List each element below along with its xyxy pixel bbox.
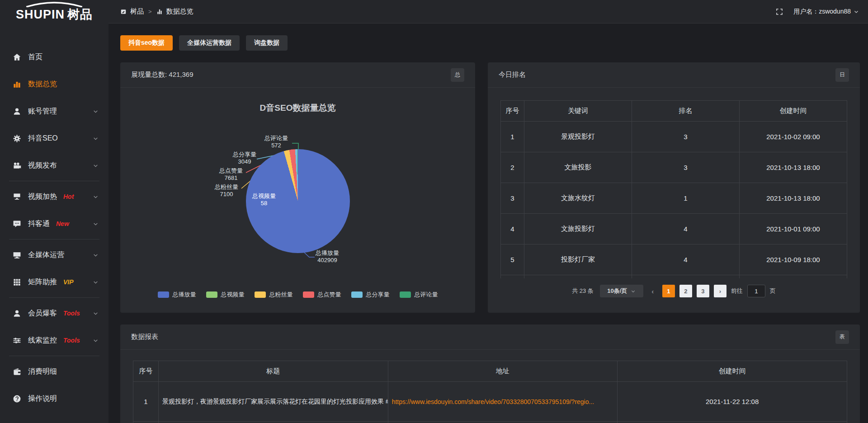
breadcrumb-current[interactable]: 数据总览 bbox=[166, 7, 193, 16]
pie-label-value: 3049 bbox=[238, 158, 251, 165]
cell-created: 2021-11-22 12:08 bbox=[618, 382, 847, 422]
chevron-down-icon bbox=[854, 9, 859, 14]
pie-label-name: 总分享量 bbox=[233, 151, 256, 158]
ranking-body: 序号 关键词 排名 创建时间 1 景观投影灯 3 2021-10-02 09:0 bbox=[488, 88, 860, 297]
cell-title: 景观投影灯，夜游景观投影灯厂家展示展示落花灯在花园里的灯光投影应用效果 # bbox=[159, 382, 388, 422]
sidebar-divider bbox=[9, 181, 99, 181]
pie-label-name: 总评论量 bbox=[264, 135, 288, 142]
impressions-total: 展现量总数: 421,369 bbox=[131, 70, 193, 79]
pie-label-videos: 总视频量 58 bbox=[246, 193, 282, 207]
tab-media-ops-data[interactable]: 全媒体运营数据 bbox=[179, 35, 240, 51]
cell-created: 2021-10-13 18:00 bbox=[740, 152, 847, 183]
overview-panel: 展现量总数: 421,369 总 D音SEO数据量总览 bbox=[120, 62, 475, 313]
sidebar-item-label: 操作说明 bbox=[28, 394, 57, 404]
report-body: 序号 标题 地址 创建时间 1 景观投影灯，夜游景观投影灯厂家展示展示落花灯在花… bbox=[120, 350, 860, 423]
sidebar-item-data-overview[interactable]: 数据总览 bbox=[0, 70, 108, 98]
app-window: SHUPIN树品 树品 > 数据总览 用户名： bbox=[0, 0, 868, 423]
home-icon bbox=[13, 53, 21, 61]
chevron-down-icon bbox=[93, 252, 99, 258]
pie-label-name: 总点赞量 bbox=[219, 167, 243, 174]
legend-item-fans[interactable]: 总粉丝量 bbox=[255, 291, 293, 299]
logo-text-cn: 树品 bbox=[67, 8, 93, 21]
pie-chart: D音SEO数据量总览 总评论量 572 bbox=[120, 88, 475, 312]
table-row: 2 文旅投影 3 2021-10-13 18:00 bbox=[501, 152, 847, 183]
user-menu[interactable]: 用户名：zswodun88 bbox=[793, 8, 859, 16]
pie-label-name: 总视频量 bbox=[252, 193, 276, 200]
table-row: 1 景观投影灯 3 2021-10-02 09:00 bbox=[501, 122, 847, 152]
chevron-down-icon bbox=[93, 279, 99, 285]
legend-label: 总点赞量 bbox=[318, 291, 341, 299]
gear-icon bbox=[13, 134, 21, 143]
cell-rank: 3 bbox=[632, 152, 740, 183]
pie-label-name: 总播放量 bbox=[316, 249, 339, 257]
table-toggle-button[interactable]: 表 bbox=[835, 330, 849, 344]
report-title: 数据报表 bbox=[131, 333, 158, 341]
legend-item-videos[interactable]: 总视频量 bbox=[206, 291, 245, 299]
tab-inquiry-data[interactable]: 询盘数据 bbox=[246, 35, 288, 51]
sidebar-item-member-tools[interactable]: 会员爆客 Tools bbox=[0, 300, 108, 327]
breadcrumb: 树品 > 数据总览 bbox=[120, 7, 193, 16]
legend-item-comments[interactable]: 总评论量 bbox=[400, 291, 438, 299]
video-camera-icon bbox=[13, 161, 21, 170]
chart-legend: 总播放量 总视频量 总粉丝量 总点赞量 总分享量 总评论量 bbox=[120, 291, 475, 299]
sidebar-item-media-ops[interactable]: 全媒体运营 bbox=[0, 241, 108, 268]
total-toggle-button[interactable]: 总 bbox=[451, 68, 464, 82]
pie-label-shares: 总分享量 3049 bbox=[226, 151, 263, 165]
day-toggle-button[interactable]: 日 bbox=[835, 68, 849, 82]
sidebar-item-consume-detail[interactable]: 消费明细 bbox=[0, 358, 108, 385]
cell-seq: 5 bbox=[501, 244, 524, 275]
pie-label-value: 7100 bbox=[220, 191, 233, 198]
cell-keyword: 文旅投影灯 bbox=[524, 214, 632, 244]
cell-seq: 3 bbox=[501, 183, 524, 214]
wallet-icon bbox=[13, 367, 21, 376]
sidebar: 首页 数据总览 账号管理 抖音SEO 视频发布 bbox=[0, 24, 108, 423]
sidebar-item-label: 首页 bbox=[28, 52, 42, 62]
cell-seq: 1 bbox=[501, 122, 524, 152]
bar-chart-icon bbox=[13, 80, 21, 89]
cell-keyword: 文旅投影 bbox=[524, 152, 632, 183]
table-row-clipped bbox=[133, 422, 847, 423]
sidebar-item-help[interactable]: 操作说明 bbox=[0, 385, 108, 412]
page-button-2[interactable]: 2 bbox=[679, 285, 692, 297]
tab-douyin-seo-data[interactable]: 抖音seo数据 bbox=[120, 35, 173, 51]
prev-page-button[interactable]: ‹ bbox=[648, 285, 658, 297]
page-size-value: 10条/页 bbox=[607, 287, 627, 295]
sidebar-item-video-heat[interactable]: 视频加热 Hot bbox=[0, 183, 108, 210]
sidebar-item-label: 全媒体运营 bbox=[28, 250, 64, 260]
sliders-icon bbox=[13, 336, 21, 345]
sidebar-item-account[interactable]: 账号管理 bbox=[0, 98, 108, 125]
breadcrumb-root[interactable]: 树品 bbox=[130, 7, 144, 16]
goto-page-input[interactable] bbox=[747, 285, 765, 297]
col-header-keyword: 关键词 bbox=[524, 101, 632, 122]
page-size-select[interactable]: 10条/页 bbox=[600, 285, 643, 297]
chevron-down-icon bbox=[631, 289, 636, 294]
table-row: 3 文旅水纹灯 1 2021-10-13 18:00 bbox=[501, 183, 847, 214]
report-panel: 数据报表 表 序号 标题 地址 创建时间 1 景观 bbox=[120, 324, 860, 423]
sidebar-item-clue-monitor[interactable]: 线索监控 Tools bbox=[0, 327, 108, 354]
ranking-table: 序号 关键词 排名 创建时间 1 景观投影灯 3 2021-10-02 09:0 bbox=[500, 100, 847, 278]
legend-item-likes[interactable]: 总点赞量 bbox=[303, 291, 341, 299]
sidebar-item-video-publish[interactable]: 视频发布 bbox=[0, 152, 108, 179]
page-button-3[interactable]: 3 bbox=[697, 285, 709, 297]
report-table: 序号 标题 地址 创建时间 1 景观投影灯，夜游景观投影灯厂家展示展示落花灯在花… bbox=[133, 361, 847, 423]
sidebar-divider bbox=[9, 297, 99, 298]
next-page-button[interactable]: › bbox=[714, 285, 726, 297]
fullscreen-icon[interactable] bbox=[775, 8, 783, 16]
legend-item-shares[interactable]: 总分享量 bbox=[351, 291, 390, 299]
sidebar-item-douyin-seo[interactable]: 抖音SEO bbox=[0, 125, 108, 152]
sidebar-divider bbox=[9, 239, 99, 240]
cell-rank: 1 bbox=[632, 183, 740, 214]
legend-swatch bbox=[206, 291, 217, 298]
page-button-1[interactable]: 1 bbox=[662, 285, 675, 297]
cell-rank: 4 bbox=[632, 244, 740, 275]
cell-seq: 1 bbox=[133, 382, 159, 422]
video-link[interactable]: https://www.iesdouyin.com/share/video/70… bbox=[392, 398, 594, 405]
sidebar-item-home[interactable]: 首页 bbox=[0, 43, 108, 70]
legend-item-plays[interactable]: 总播放量 bbox=[158, 291, 196, 299]
vip-badge: VIP bbox=[63, 278, 74, 286]
pie-label-comments: 总评论量 572 bbox=[258, 135, 294, 149]
sidebar-item-matrix-boost[interactable]: 矩阵助推 VIP bbox=[0, 268, 108, 296]
pie-label-fans: 总粉丝量 7100 bbox=[208, 183, 245, 198]
pie-label-value: 7681 bbox=[225, 174, 238, 182]
sidebar-item-doketong[interactable]: 抖客通 New bbox=[0, 210, 108, 237]
